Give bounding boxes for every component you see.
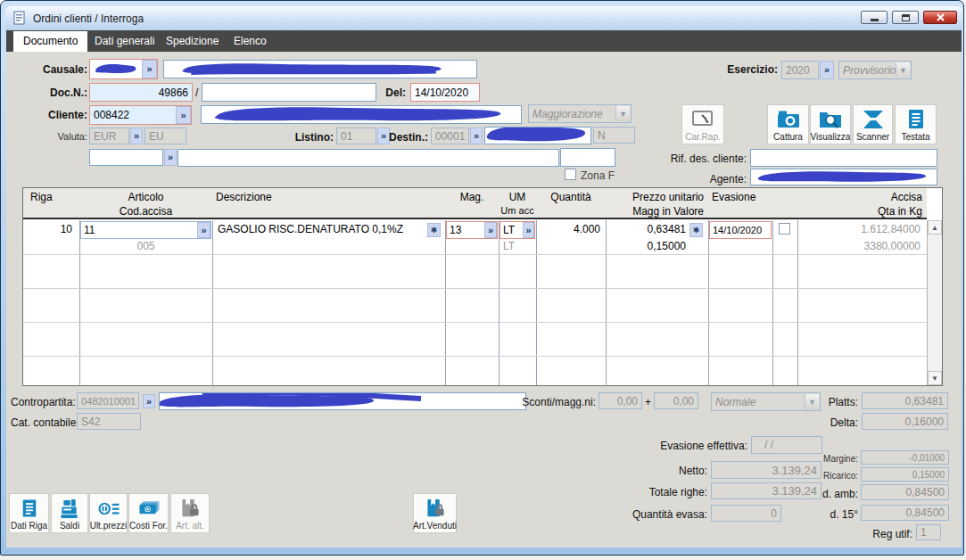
descrizione-zoom-button[interactable]: ✱ [427, 223, 441, 237]
cliente-lookup-button[interactable]: » [176, 106, 191, 124]
scroll-down-button[interactable]: ▼ [928, 371, 942, 385]
causale-description-field [163, 60, 477, 78]
header-articolo: Articolo [79, 191, 212, 203]
restore-button[interactable] [892, 11, 919, 24]
rif-des-cliente-input[interactable] [750, 149, 937, 167]
grid-scrollbar[interactable]: ▲ ▼ [927, 220, 942, 385]
restore-icon [902, 14, 910, 21]
grid-row-separator [23, 322, 927, 323]
d-amb-label: d. amb: [816, 488, 858, 500]
article-sold-icon [425, 498, 446, 519]
cell-mag-field[interactable]: 13 » [446, 221, 498, 239]
window-title: Ordini clienti / Interroga [33, 12, 144, 25]
cliente-field-group: 008422 » [89, 105, 192, 125]
tipo-prezzo-value: Normale [715, 396, 755, 408]
d-15-field: 0,84500 [861, 505, 949, 521]
redaction-scribble [209, 105, 508, 124]
grid-column-line [536, 220, 537, 385]
agente-label: Agente: [678, 173, 747, 185]
ult-prezzi-button[interactable]: Ult.prezzi [89, 493, 128, 533]
platts-field: 0,63481 [862, 392, 948, 409]
valuta-sigla-field: EU [144, 128, 186, 144]
visualizza-button[interactable]: Visualizza [810, 104, 851, 144]
minimize-button[interactable] [861, 11, 888, 24]
quantita-evasa-field: 0 [711, 505, 781, 522]
docn-input[interactable]: 49866 [89, 83, 193, 102]
tab-spedizione[interactable]: Spedizione [156, 31, 228, 52]
destin-lookup-button[interactable]: » [470, 128, 483, 144]
esercizio-stato-dropdown: Provvisorio ▼ [838, 61, 912, 79]
grid-row-separator [23, 288, 927, 289]
evasione-effettiva-field: / / [751, 436, 822, 454]
testata-button[interactable]: Testata [895, 104, 937, 144]
saldi-button[interactable]: Saldi [51, 493, 88, 533]
cliente-name-field [201, 105, 522, 124]
art-alt-label: Art. alt. [176, 521, 204, 531]
tab-elenco[interactable]: Elenco [224, 31, 277, 52]
destin-label: Destin.: [388, 131, 428, 144]
scanner-button[interactable]: Scanner [853, 104, 893, 144]
scanner-icon [862, 109, 885, 130]
articolo-lookup-button[interactable]: » [197, 222, 211, 238]
maggiorazione-value: Maggiorazione [533, 108, 603, 120]
netto-field: 3.139,24 [711, 461, 822, 479]
listino-field: 01 [336, 128, 376, 144]
sconto2-field: 0,00 [654, 392, 698, 409]
doc-suffix-input[interactable] [202, 83, 376, 102]
sconti-label: Sconti/magg.ni: [512, 396, 596, 408]
window-document-icon [12, 11, 27, 25]
extra-code-input[interactable] [89, 149, 163, 166]
valuta-label: Valuta: [18, 131, 87, 142]
delta-label: Delta: [810, 416, 858, 429]
header-qta-kg: Qta in Kg [797, 205, 922, 218]
order-lines-grid: Riga Articolo Cod.accisa Descrizione Mag… [22, 187, 943, 386]
extra-code-lookup-button[interactable]: » [164, 149, 177, 166]
articolo-value: 11 [84, 224, 95, 236]
dati-riga-button[interactable]: Dati Riga [9, 493, 49, 533]
ricarico-field: 0,15000 [861, 467, 949, 482]
dropdown-arrow-icon: ▼ [896, 62, 910, 78]
esercizio-stato-value: Provvisorio [843, 64, 896, 77]
cattura-label: Cattura [773, 132, 803, 142]
header-evasione: Evasione [712, 191, 755, 203]
costi-for-button[interactable]: Costi For. [128, 493, 169, 533]
cell-quantita: 4.000 [536, 223, 600, 235]
cell-riga: 10 [23, 223, 72, 235]
cell-evasione-field[interactable]: 14/10/2020 [709, 221, 772, 239]
row-flag-checkbox[interactable] [779, 223, 790, 235]
listino-label: Listino: [268, 131, 334, 144]
cattura-button[interactable]: Cattura [767, 104, 809, 144]
reg-utif-field: 1 [916, 524, 941, 540]
header-magg-valore: Magg in Valore [606, 205, 704, 218]
scroll-up-button[interactable]: ▲ [928, 220, 942, 235]
banknotes-icon [137, 498, 161, 519]
cell-descrizione: GASOLIO RISC.DENATURATO 0,1%Z [218, 223, 423, 235]
tab-dati-generali[interactable]: Dati generali [85, 31, 164, 52]
zona-f-checkbox[interactable] [565, 169, 576, 180]
d-15-label: d. 15° [816, 508, 858, 521]
redaction-scribble [484, 127, 590, 144]
causale-input[interactable] [90, 60, 142, 78]
totale-righe-field: 3.139,24 [711, 482, 822, 499]
tab-documento[interactable]: Documento [13, 31, 87, 52]
art-venduti-button[interactable]: Art.Venduti [413, 493, 457, 533]
del-date-input[interactable]: 14/10/2020 [410, 83, 480, 102]
prezzo-zoom-button[interactable]: ✱ [689, 223, 703, 237]
cell-articolo-field[interactable]: 11 » [80, 221, 211, 239]
contropartita-lookup-button[interactable]: » [143, 394, 155, 408]
mag-lookup-button[interactable]: » [484, 222, 497, 238]
saldi-label: Saldi [60, 521, 79, 531]
redaction-scribble [753, 169, 931, 185]
causale-lookup-button[interactable]: » [142, 60, 157, 78]
cell-um-field[interactable]: LT » [500, 221, 535, 239]
destin-description-field [484, 127, 591, 144]
close-icon [937, 13, 945, 21]
um-lookup-button[interactable]: » [523, 222, 534, 238]
grid-row-separator [23, 356, 927, 357]
margine-field: -0,01000 [861, 450, 949, 465]
cliente-code-input[interactable]: 008422 [94, 109, 129, 121]
esercizio-lookup-button[interactable]: » [820, 61, 834, 79]
header-um: UM [499, 191, 536, 203]
valuta-lookup-button[interactable]: » [130, 128, 143, 144]
close-button[interactable] [923, 11, 957, 24]
